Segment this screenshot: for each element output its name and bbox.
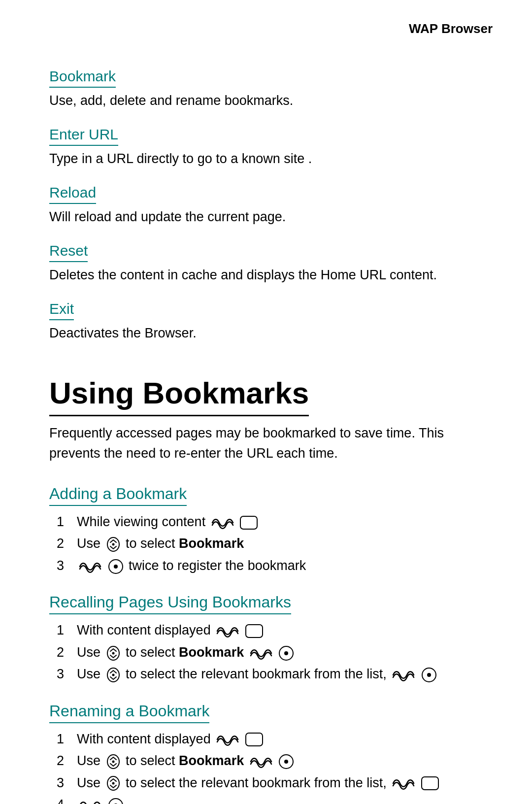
circle-dot-icon bbox=[278, 753, 295, 770]
main-title: Using Bookmarks bbox=[49, 372, 309, 416]
step-num: 2 bbox=[49, 750, 74, 772]
step-text: Use bbox=[77, 645, 104, 660]
step-text: to select bbox=[126, 536, 179, 551]
main-section: Using Bookmarks Frequently accessed page… bbox=[49, 357, 493, 463]
step-renaming-2: 2 Use to select Bookmark bbox=[49, 750, 493, 772]
section-exit-title: Exit bbox=[49, 299, 74, 320]
step-content: Use to select Bookmark bbox=[74, 750, 493, 772]
svg-point-16 bbox=[112, 760, 114, 763]
wavy-icon bbox=[215, 731, 239, 748]
step-text: to select the relevant bookmark from the… bbox=[126, 667, 390, 681]
step-adding-3: 3 twice to register the bookmark bbox=[49, 555, 493, 577]
section-recalling: Recalling Pages Using Bookmarks 1 With c… bbox=[49, 581, 493, 685]
wavy-icon bbox=[249, 645, 272, 662]
step-recalling-1: 1 With content displayed bbox=[49, 619, 493, 641]
step-content: Use to select the relevant bookmark from… bbox=[74, 663, 493, 685]
circle-dot-icon bbox=[278, 645, 295, 662]
wavy-icon bbox=[215, 623, 239, 639]
step-text: Use bbox=[77, 536, 104, 551]
step-content: twice to register the bookmark bbox=[74, 555, 493, 577]
main-title-desc: Frequently accessed pages may be bookmar… bbox=[49, 423, 493, 463]
step-text: Use bbox=[77, 775, 104, 790]
sub-section-renaming-title: Renaming a Bookmark bbox=[49, 700, 209, 723]
section-enter-url: Enter URL Type in a URL directly to go t… bbox=[49, 114, 493, 168]
hat-scroll-icon bbox=[105, 753, 121, 770]
section-reload: Reload Will reload and update the curren… bbox=[49, 172, 493, 227]
svg-point-22 bbox=[109, 799, 123, 804]
section-adding: Adding a Bookmark 1 While viewing conten… bbox=[49, 473, 493, 576]
step-text: twice to register the bookmark bbox=[129, 558, 306, 573]
step-text: While viewing content bbox=[77, 514, 209, 529]
hat-scroll-icon bbox=[105, 645, 121, 662]
step-num: 3 bbox=[49, 772, 74, 794]
rect-icon bbox=[421, 776, 439, 791]
svg-rect-14 bbox=[246, 733, 263, 746]
svg-rect-5 bbox=[246, 625, 263, 637]
step-text: to select bbox=[126, 753, 179, 768]
steps-renaming: 1 With content displayed 2 Use bbox=[49, 728, 493, 804]
steps-recalling: 1 With content displayed 2 Use bbox=[49, 619, 493, 685]
step-recalling-3: 3 Use to select the relevant bookmark fr… bbox=[49, 663, 493, 685]
svg-point-7 bbox=[112, 652, 114, 654]
wavy-icon bbox=[391, 667, 415, 683]
svg-rect-21 bbox=[422, 777, 438, 790]
step-num: 1 bbox=[49, 511, 74, 533]
svg-point-13 bbox=[427, 673, 431, 677]
section-exit: Exit Deactivates the Browser. bbox=[49, 289, 493, 343]
section-reload-desc: Will reload and update the current page. bbox=[49, 208, 493, 227]
step-text: With content displayed bbox=[77, 732, 214, 746]
section-reload-title: Reload bbox=[49, 182, 96, 204]
step-num: 3 bbox=[49, 555, 74, 577]
section-bookmark: Bookmark Use, add, delete and rename boo… bbox=[49, 56, 493, 110]
wavy-icon bbox=[249, 753, 272, 770]
step-text: Use bbox=[77, 753, 104, 768]
step-adding-1: 1 While viewing content bbox=[49, 511, 493, 533]
header-title: WAP Browser bbox=[409, 21, 493, 36]
step-text: With content displayed bbox=[77, 623, 214, 637]
svg-point-9 bbox=[284, 651, 288, 655]
section-bookmark-title: Bookmark bbox=[49, 66, 116, 88]
svg-point-18 bbox=[284, 760, 288, 764]
svg-point-2 bbox=[112, 543, 114, 546]
wavy-icon bbox=[210, 514, 234, 531]
step-recalling-2: 2 Use to select Bookmark bbox=[49, 641, 493, 664]
rect-icon bbox=[239, 515, 258, 530]
rect-icon bbox=[245, 732, 264, 747]
section-renaming: Renaming a Bookmark 1 With content displ… bbox=[49, 690, 493, 804]
step-num: 1 bbox=[49, 728, 74, 750]
circle-dot-icon bbox=[107, 797, 124, 804]
section-bookmark-desc: Use, add, delete and rename bookmarks. bbox=[49, 92, 493, 110]
step-num: 3 bbox=[49, 663, 74, 685]
wavy-icon bbox=[391, 775, 415, 792]
section-reset-desc: Deletes the content in cache and display… bbox=[49, 266, 493, 285]
step-renaming-3: 3 Use to select the relevant bookmark fr… bbox=[49, 772, 493, 794]
section-enter-url-desc: Type in a URL directly to go to a known … bbox=[49, 150, 493, 168]
step-content: With content displayed bbox=[74, 728, 493, 750]
svg-point-20 bbox=[112, 782, 114, 785]
svg-rect-0 bbox=[240, 516, 257, 529]
circle-dot-icon bbox=[107, 558, 124, 575]
step-num: 4 bbox=[49, 794, 74, 804]
step-text: to select bbox=[126, 645, 179, 660]
step-text: to select the relevant bookmark from the… bbox=[126, 775, 390, 790]
bold-bookmark: Bookmark bbox=[179, 536, 244, 551]
step-content: While viewing content bbox=[74, 511, 493, 533]
circle-dot-icon bbox=[421, 667, 437, 683]
wavy-icon bbox=[78, 558, 101, 575]
sub-section-adding-title: Adding a Bookmark bbox=[49, 483, 187, 506]
step-content: With content displayed bbox=[74, 619, 493, 641]
section-enter-url-title: Enter URL bbox=[49, 124, 118, 146]
step-adding-2: 2 Use to select Bookmark bbox=[49, 533, 493, 555]
step-renaming-4: 4 bbox=[49, 794, 493, 804]
step-content: Use to select Bookmark bbox=[74, 533, 493, 555]
step-renaming-1: 1 With content displayed bbox=[49, 728, 493, 750]
rect-icon bbox=[245, 624, 264, 638]
page-header: WAP Browser bbox=[49, 20, 493, 41]
bold-bookmark: Bookmark bbox=[179, 645, 244, 660]
step-content bbox=[74, 794, 493, 804]
bold-bookmark: Bookmark bbox=[179, 753, 244, 768]
section-exit-desc: Deactivates the Browser. bbox=[49, 324, 493, 343]
hat-scroll-icon bbox=[105, 536, 121, 553]
svg-point-4 bbox=[114, 565, 118, 569]
step-num: 1 bbox=[49, 619, 74, 641]
